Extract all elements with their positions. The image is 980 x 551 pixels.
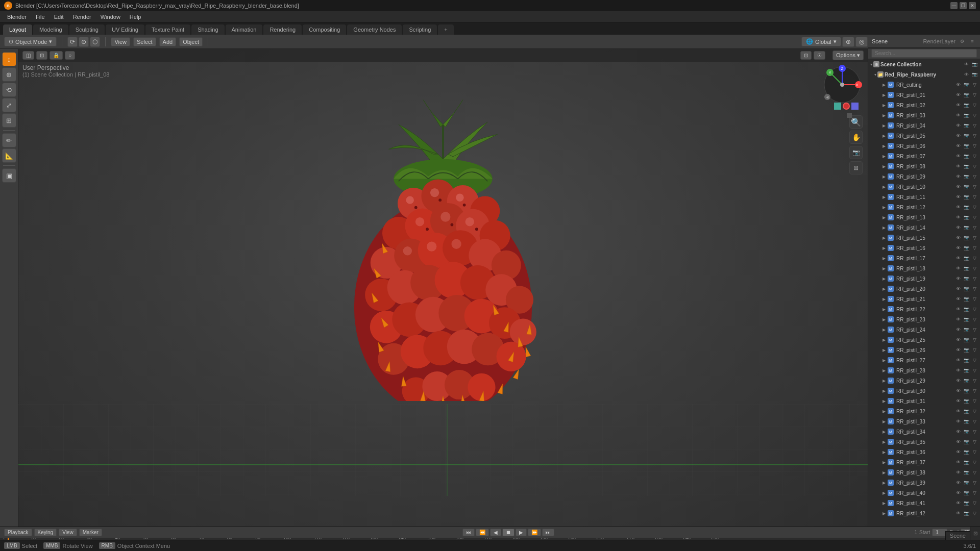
outliner-item[interactable]: ▶ M RR_pistil_07 👁 📷 ▽ <box>868 151 980 161</box>
outliner-item[interactable]: ▶ M RR_pistil_08 👁 📷 ▽ <box>868 161 980 171</box>
item-restrict[interactable]: 📷 <box>963 91 970 98</box>
tab-uv-editing[interactable]: UV Editing <box>106 24 144 35</box>
transform-dropdown[interactable]: 🌐 Global ▾ <box>801 37 841 46</box>
annotate-tool[interactable]: ✏ <box>2 133 16 147</box>
item-render-restrict[interactable]: ▽ <box>971 377 978 384</box>
item-render-restrict[interactable]: ▽ <box>971 183 978 190</box>
vp-header-ortho[interactable]: ⊡ <box>36 51 47 60</box>
marker-btn[interactable]: Marker <box>79 529 102 536</box>
item-restrict[interactable]: 📷 <box>963 489 970 496</box>
playback-btn[interactable]: Playback <box>4 529 32 536</box>
scene-toggle-btn[interactable]: ⊡ <box>970 527 980 540</box>
menu-window[interactable]: Window <box>96 13 125 21</box>
collection-arrow[interactable]: ▾ <box>870 62 872 67</box>
item-restrict[interactable]: 📷 <box>963 193 970 201</box>
item-visibility[interactable]: 👁 <box>954 295 962 303</box>
outliner-item[interactable]: ▶ M RR_pistil_09 👁 📷 ▽ <box>868 171 980 182</box>
tab-shading[interactable]: Shading <box>191 24 224 35</box>
menu-render[interactable]: Render <box>69 13 95 21</box>
outliner-item[interactable]: ▶ M RR_pistil_02 👁 📷 ▽ <box>868 100 980 110</box>
camera-btn[interactable]: 📷 <box>849 146 863 159</box>
item-visibility[interactable]: 👁 <box>954 459 962 466</box>
item-visibility[interactable]: 👁 <box>954 448 962 456</box>
item-restrict[interactable]: 📷 <box>963 377 970 384</box>
item-render-restrict[interactable]: ▽ <box>971 102 978 109</box>
outliner-item[interactable]: ▶ M RR_pistil_29 👁 📷 ▽ <box>868 375 980 386</box>
item-restrict[interactable]: 📷 <box>963 408 970 415</box>
outliner-item[interactable]: ▶ M RR_pistil_36 👁 📷 ▽ <box>868 447 980 457</box>
options-dropdown[interactable]: Options ▾ <box>832 51 864 60</box>
item-visibility[interactable]: 👁 <box>954 275 962 282</box>
close-button[interactable]: ✕ <box>969 2 976 9</box>
item-visibility[interactable]: 👁 <box>954 112 962 119</box>
item-restrict[interactable]: 📷 <box>963 163 970 170</box>
window-controls[interactable]: — ❐ ✕ <box>950 2 976 9</box>
scene-collection-item[interactable]: ▾ ⊙ Scene Collection 👁 📷 <box>868 59 980 69</box>
outliner-item[interactable]: ▶ M RR_pistil_12 👁 📷 ▽ <box>868 202 980 212</box>
item-restrict[interactable]: 📷 <box>963 102 970 109</box>
menu-edit[interactable]: Edit <box>50 13 68 21</box>
item-render-restrict[interactable]: ▽ <box>971 459 978 466</box>
item-visibility[interactable]: 👁 <box>954 499 962 507</box>
outliner-item[interactable]: ▶ M RR_pistil_24 👁 📷 ▽ <box>868 324 980 335</box>
tab-texture-paint[interactable]: Texture Paint <box>145 24 190 35</box>
item-visibility[interactable]: 👁 <box>954 428 962 435</box>
item-restrict[interactable]: 📷 <box>963 306 970 313</box>
viewport[interactable]: ◫ ⊡ 🔒 ○ ⊡ ☉ Options ▾ User Perspective (… <box>18 49 868 527</box>
tab-compositing[interactable]: Compositing <box>303 24 346 35</box>
maximize-button[interactable]: ❐ <box>960 2 967 9</box>
cursor-tool[interactable]: ↕ <box>2 52 16 66</box>
object-menu[interactable]: Object <box>179 37 203 46</box>
stop-btn[interactable]: ⏹ <box>502 529 514 536</box>
play-btn[interactable]: ▶ <box>516 529 527 536</box>
tab-animation[interactable]: Animation <box>226 24 263 35</box>
item-visibility[interactable]: 👁 <box>954 214 962 221</box>
outliner-item[interactable]: ▶ M RR_cutting 👁 📷 ▽ <box>868 80 980 90</box>
item-restrict[interactable]: 📷 <box>963 479 970 486</box>
outliner-item[interactable]: ▶ M RR_pistil_35 👁 📷 ▽ <box>868 437 980 447</box>
outliner-item[interactable]: ▶ M RR_pistil_20 👁 📷 ▽ <box>868 284 980 294</box>
item-restrict[interactable]: 📷 <box>963 510 970 517</box>
move-tool[interactable]: ⊕ <box>2 67 16 82</box>
item-render-restrict[interactable]: ▽ <box>971 306 978 313</box>
item-visibility[interactable]: 👁 <box>954 479 962 486</box>
menu-help[interactable]: Help <box>126 13 145 21</box>
item-render-restrict[interactable]: ▽ <box>971 91 978 98</box>
item-restrict[interactable]: 📷 <box>963 346 970 354</box>
tab-add[interactable]: + <box>438 24 453 35</box>
vp-gizmo-btn[interactable]: ☉ <box>814 51 825 60</box>
outliner-item[interactable]: ▶ M RR_pistil_39 👁 📷 ▽ <box>868 478 980 488</box>
snap-btn[interactable]: ⊕ <box>842 37 854 47</box>
item-render-restrict[interactable]: ▽ <box>971 193 978 201</box>
item-render-restrict[interactable]: ▽ <box>971 112 978 119</box>
item-restrict[interactable]: 📷 <box>963 499 970 507</box>
item-visibility[interactable]: 👁 <box>954 469 962 476</box>
keying-btn[interactable]: Keying <box>34 529 57 536</box>
outliner-item[interactable]: ▶ M RR_pistil_21 👁 📷 ▽ <box>868 294 980 304</box>
item-visibility[interactable]: 👁 <box>954 224 962 231</box>
item-restrict[interactable]: 📷 <box>963 234 970 241</box>
item-render-restrict[interactable]: ▽ <box>971 387 978 394</box>
item-render-restrict[interactable]: ▽ <box>971 214 978 221</box>
ripe-raspberry-collection[interactable]: ▾ 📁 Red_Ripe_Raspberry 👁 📷 <box>868 69 980 80</box>
item-visibility[interactable]: 👁 <box>954 510 962 517</box>
outliner-item[interactable]: ▶ M RR_pistil_33 👁 📷 ▽ <box>868 416 980 427</box>
item-restrict[interactable]: 📷 <box>963 418 970 425</box>
item-visibility[interactable]: 👁 <box>954 397 962 405</box>
item-visibility[interactable]: 👁 <box>954 265 962 272</box>
item-render-restrict[interactable]: ▽ <box>971 510 978 517</box>
item-visibility[interactable]: 👁 <box>954 183 962 190</box>
item-render-restrict[interactable]: ▽ <box>971 316 978 323</box>
item-restrict[interactable]: 📷 <box>963 255 970 262</box>
item-restrict[interactable]: 📷 <box>963 224 970 231</box>
item-visibility[interactable]: 👁 <box>954 285 962 292</box>
item-render-restrict[interactable]: ▽ <box>971 132 978 139</box>
item-visibility[interactable]: 👁 <box>954 132 962 139</box>
item-restrict[interactable]: 📷 <box>963 428 970 435</box>
item-render-restrict[interactable]: ▽ <box>971 326 978 333</box>
item-restrict[interactable]: 📷 <box>963 459 970 466</box>
rotate-tool[interactable]: ⟲ <box>2 83 16 97</box>
item-restrict[interactable]: 📷 <box>963 448 970 456</box>
item-render-restrict[interactable]: ▽ <box>971 204 978 211</box>
item-restrict[interactable]: 📷 <box>963 122 970 129</box>
